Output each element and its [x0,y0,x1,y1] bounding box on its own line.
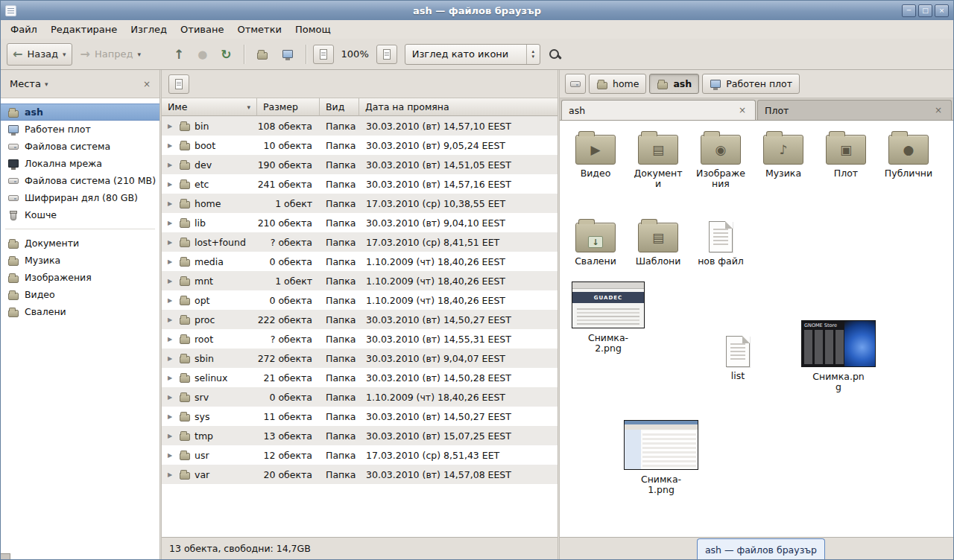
expander-icon[interactable]: ▶ [168,220,175,226]
tab-plot[interactable]: Плот × [757,100,952,120]
column-header-type[interactable]: Вид [320,98,359,116]
sidebar-item[interactable]: Свалени [1,303,159,320]
expander-icon[interactable]: ▶ [168,375,175,381]
table-row[interactable]: ▶ etc 241 обекта Папка 30.03.2010 (вт) 1… [162,174,557,194]
file-item-list[interactable]: list [712,331,764,381]
icon-item[interactable]: ↓ Свалени [564,216,627,267]
table-row[interactable]: ▶ boot 10 обекта Папка 30.03.2010 (вт) 9… [162,136,557,155]
icon-item[interactable]: ● Публични [877,128,940,190]
table-row[interactable]: ▶ sys 11 обекта Папка 30.03.2010 (вт) 14… [162,407,557,426]
expander-icon[interactable]: ▶ [168,239,175,246]
close-button[interactable]: × [935,4,949,17]
path-ash-button[interactable]: ash [649,74,699,94]
sidebar-close-button[interactable]: × [140,77,154,91]
minimize-button[interactable]: ─ [902,4,916,17]
expander-icon[interactable]: ▶ [168,336,175,343]
combo-spin-icon[interactable]: ▴▾ [526,45,540,64]
back-dropdown-icon[interactable]: ▾ [63,51,66,58]
menu-item[interactable]: Изглед [124,22,174,37]
path-home-button[interactable]: home [589,74,646,94]
expander-icon[interactable]: ▶ [168,123,175,130]
expander-icon[interactable]: ▶ [168,142,175,149]
table-row[interactable]: ▶ sbin 272 обекта Папка 30.03.2010 (вт) … [162,349,557,368]
expander-icon[interactable]: ▶ [168,316,175,323]
sidebar-item[interactable]: Документи [1,235,159,252]
table-row[interactable]: ▶ mnt 1 обект Папка 1.10.2009 (чт) 18,40… [162,271,557,290]
table-row[interactable]: ▶ opt 0 обекта Папка 1.10.2009 (чт) 18,4… [162,290,557,310]
menu-item[interactable]: Файл [4,22,44,37]
sidebar-item[interactable]: Музика [1,252,159,269]
icon-item[interactable]: ♪ Музика [752,128,815,190]
expander-icon[interactable]: ▶ [168,278,175,284]
expander-icon[interactable]: ▶ [168,394,175,401]
sidebar-item[interactable]: Видео [1,286,159,303]
expander-icon[interactable]: ▶ [168,258,175,265]
menu-item[interactable]: Редактиране [44,22,124,37]
sidebar-item[interactable]: Работен плот [1,121,159,138]
computer-button[interactable] [277,43,299,66]
icon-item[interactable]: нов файл [689,216,752,267]
back-button[interactable]: ← Назад ▾ [7,43,72,66]
tab-close-icon[interactable]: × [932,105,944,115]
column-header-size[interactable]: Размер [257,98,320,116]
icon-item[interactable]: ▤ Шаблони [627,216,689,267]
reload-button[interactable]: ↻ [215,43,236,66]
table-row[interactable]: ▶ root ? обекта Папка 30.03.2010 (вт) 14… [162,329,557,349]
expander-icon[interactable]: ▶ [168,162,175,168]
view-mode-select[interactable]: Изглед като икони ▴▾ [405,44,540,65]
table-row[interactable]: ▶ home 1 обект Папка 17.03.2010 (ср) 10,… [162,194,557,213]
table-row[interactable]: ▶ lost+found ? обекта Папка 17.03.2010 (… [162,232,557,252]
sidebar-item[interactable]: Шифриран дял (80 GB) [1,189,159,206]
expander-icon[interactable]: ▶ [168,200,175,207]
search-button[interactable] [543,43,566,66]
home-button[interactable] [251,43,274,66]
expander-icon[interactable]: ▶ [168,433,175,439]
file-item-snimka[interactable]: GNOME Store Снимка.png [797,320,880,393]
sidebar-item[interactable]: Изображения [1,269,159,286]
menu-item[interactable]: Помощ [288,22,338,37]
zoom-in-button[interactable] [376,45,397,64]
table-row[interactable]: ▶ srv 0 обекта Папка 1.10.2009 (чт) 18,4… [162,387,557,407]
titlebar[interactable]: ash — файлов браузър ─ □ × [1,1,953,20]
icon-view[interactable]: ▶ Видео ▤ Документи ◉ Изображения ♪ Музи… [560,121,953,537]
sidebar-item[interactable]: Файлова система [1,138,159,155]
column-header-modified[interactable]: Дата на промяна [359,98,557,116]
forward-button[interactable]: → Напред ▾ [75,43,146,66]
expander-icon[interactable]: ▶ [168,181,175,188]
table-row[interactable]: ▶ media 0 обекта Папка 1.10.2009 (чт) 18… [162,252,557,271]
table-row[interactable]: ▶ var 20 обекта Папка 30.03.2010 (вт) 14… [162,465,557,484]
icon-item[interactable]: ◉ Изображения [689,128,752,190]
zoom-out-button[interactable] [313,45,334,64]
table-row[interactable]: ▶ proc 222 обекта Папка 30.03.2010 (вт) … [162,310,557,329]
expander-icon[interactable]: ▶ [168,471,175,478]
icon-item[interactable]: ▶ Видео [564,128,627,190]
table-row[interactable]: ▶ usr 12 обекта Папка 17.03.2010 (ср) 8,… [162,445,557,465]
table-row[interactable]: ▶ selinux 21 обекта Папка 30.03.2010 (вт… [162,368,557,387]
column-header-name[interactable]: Име ▾ [162,98,257,116]
table-row[interactable]: ▶ lib 210 обекта Папка 30.03.2010 (вт) 9… [162,213,557,232]
expander-icon[interactable]: ▶ [168,452,175,459]
path-desktop-button[interactable]: Работен плот [702,74,800,94]
menu-item[interactable]: Отметки [230,22,288,37]
expander-icon[interactable]: ▶ [168,413,175,420]
icon-item[interactable]: ▣ Плот [815,128,877,190]
taskbar-window-button[interactable]: ash — файлов браузър [697,538,825,560]
table-row[interactable]: ▶ bin 108 обекта Папка 30.03.2010 (вт) 1… [162,116,557,136]
tab-close-icon[interactable]: × [736,105,748,115]
sidebar-item[interactable]: Локална мрежа [1,155,159,172]
path-root-button[interactable] [565,74,586,94]
sidebar-item[interactable]: Файлова система (210 MB) [1,172,159,189]
tab-ash[interactable]: ash × [561,100,756,120]
maximize-button[interactable]: □ [918,4,932,17]
up-button[interactable]: ↑ [168,43,189,66]
menu-item[interactable]: Отиване [174,22,230,37]
expander-icon[interactable]: ▶ [168,297,175,304]
table-row[interactable]: ▶ dev 190 обекта Папка 30.03.2010 (вт) 1… [162,155,557,174]
sidebar-item[interactable]: ash [1,104,159,121]
places-selector[interactable]: Места ▾ [7,77,51,91]
pane-location-button[interactable] [168,74,189,94]
file-item-snimka-2[interactable]: GUADEC Снимка-2.png [567,281,649,354]
icon-item[interactable]: ▤ Документи [627,128,689,190]
sidebar-item[interactable]: Кошче [1,206,159,223]
expander-icon[interactable]: ▶ [168,355,175,362]
